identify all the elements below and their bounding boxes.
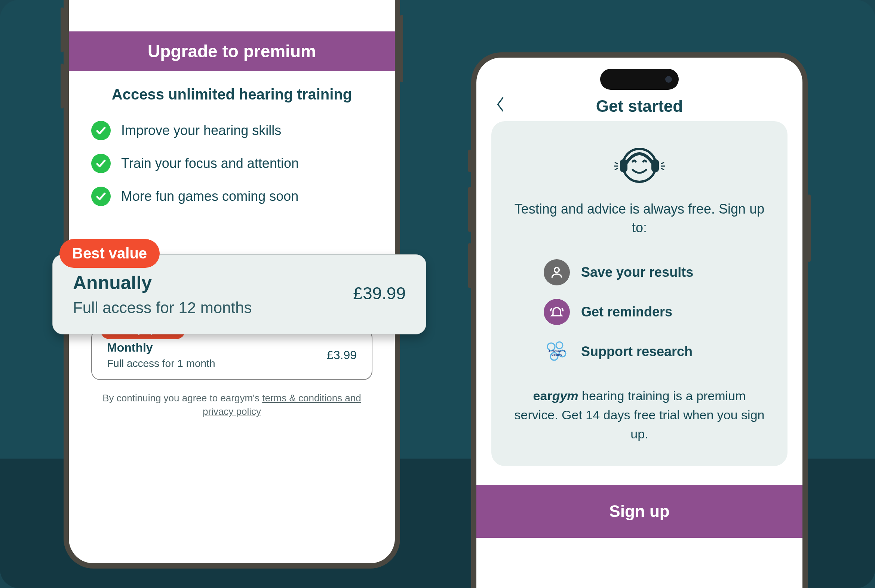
plan-desc: Full access for 12 months [73,299,252,317]
feature-text: Save your results [581,264,693,280]
premium-header: Upgrade to premium [69,32,395,71]
feature-support-research: Alzheimer's Society Support research [510,332,769,371]
terms-text: By continuing you agree to eargym's term… [69,380,395,418]
headphones-mascot-icon [610,140,669,189]
phone-button [468,150,471,172]
benefit-item: Train your focus and attention [91,147,372,180]
plan-annual-card[interactable]: Best value Annually Full access for 12 m… [52,254,426,334]
check-icon [91,187,111,206]
terms-prefix: By continuing you agree to eargym's [102,392,262,404]
plan-monthly-card[interactable]: Most popular Monthly Full access for 1 m… [91,329,372,380]
benefit-text: Train your focus and attention [121,156,299,171]
benefit-text: Improve your hearing skills [121,123,281,138]
check-icon [91,121,111,140]
bell-icon [544,299,570,325]
back-button[interactable] [495,96,506,116]
feature-save-results: Save your results [510,252,769,292]
plan-desc: Full access for 1 month [107,358,215,369]
premium-subhead: Access unlimited hearing training [69,71,395,110]
plan-price: £3.99 [327,348,357,362]
feature-text: Support research [581,344,692,360]
svg-point-9 [554,267,559,272]
phone-mockup-right: Get started [471,52,808,588]
phone-button [468,187,471,232]
phone-button [61,64,64,108]
feature-text: Get reminders [581,304,672,320]
brand-name: eargym [533,388,578,403]
check-icon [91,154,111,173]
svg-text:Alzheimer's: Alzheimer's [548,350,565,353]
trial-note: eargym hearing training is a premium ser… [510,386,769,444]
feature-get-reminders: Get reminders [510,292,769,332]
svg-rect-1 [620,159,628,172]
get-started-card: Testing and advice is always free. Sign … [491,121,788,466]
alzheimers-society-logo-icon: Alzheimer's Society [544,339,570,365]
svg-line-5 [615,168,618,170]
svg-rect-2 [652,159,659,172]
plan-price: £39.99 [353,283,406,303]
user-icon [544,259,570,285]
page-title: Get started [596,97,683,116]
svg-line-7 [661,162,664,164]
phone-button [808,195,811,262]
phone-button [61,8,64,52]
signup-button[interactable]: Sign up [476,485,802,538]
phone-button [468,243,471,288]
benefit-item: More fun games coming soon [91,180,372,213]
svg-line-4 [615,162,618,164]
svg-point-11 [556,342,563,349]
plan-name: Monthly [107,341,215,355]
plan-name: Annually [73,272,252,294]
svg-text:Society: Society [551,353,562,357]
svg-line-8 [661,168,664,170]
intro-text: Testing and advice is always free. Sign … [510,200,769,237]
benefit-list: Improve your hearing skills Train your f… [69,110,395,217]
showcase-canvas: Upgrade to premium Access unlimited hear… [0,0,875,588]
benefit-text: More fun games coming soon [121,189,298,204]
badge-best-value: Best value [60,239,160,268]
dynamic-island [600,69,679,90]
benefit-item: Improve your hearing skills [91,114,372,147]
phone-button [400,15,403,82]
